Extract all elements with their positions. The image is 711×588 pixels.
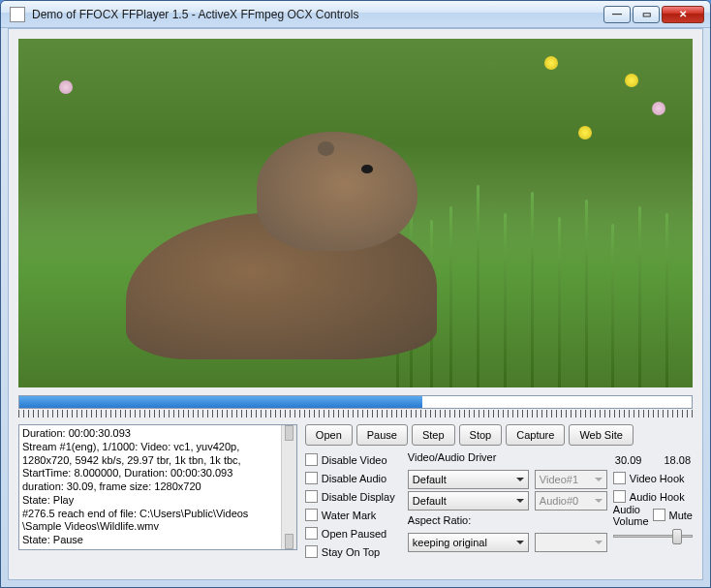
progress-bar[interactable] [18, 395, 693, 409]
log-line: StartTime: 8.000000, Duration: 00:00:30.… [22, 467, 294, 480]
total-time: 30.09 [615, 454, 642, 466]
app-icon [10, 7, 25, 22]
checkbox-column: Disable Video Disable Audio Disable Disp… [305, 451, 402, 560]
video-display[interactable] [18, 39, 693, 387]
time-display: 30.09 18.08 [613, 451, 693, 468]
window-title: Demo of FFOCX FFPlayer 1.5 - ActiveX FFm… [30, 8, 603, 21]
pause-button[interactable]: Pause [356, 424, 408, 446]
video-device-combo[interactable]: Video#1 [535, 470, 607, 489]
aspect-ratio-combo[interactable]: keeping original [408, 533, 529, 552]
titlebar[interactable]: Demo of FFOCX FFPlayer 1.5 - ActiveX FFm… [1, 1, 710, 28]
mute-checkbox[interactable]: Mute [653, 507, 693, 523]
window-buttons: — ▭ ✕ [603, 6, 704, 23]
stay-on-top-checkbox[interactable]: Stay On Top [305, 543, 402, 560]
step-button[interactable]: Step [412, 424, 455, 446]
website-button[interactable]: Web Site [569, 424, 633, 446]
log-line: \Sample Videos\Wildlife.wmv [22, 520, 294, 534]
progress-area [18, 395, 693, 418]
audio-device-combo[interactable]: Audio#0 [535, 491, 607, 511]
log-line: Duration: 00:00:30.093 [22, 427, 294, 441]
stop-button[interactable]: Stop [459, 424, 503, 446]
driver-column: Video/Audio Driver Default Default Aspec… [408, 451, 529, 560]
log-line: 1280x720, 5942 kb/s, 29.97 tbr, 1k tbn, … [22, 454, 294, 468]
log-textbox[interactable]: Duration: 00:00:30.093 Stream #1(eng), 1… [18, 424, 297, 550]
options-grid: Disable Video Disable Audio Disable Disp… [305, 451, 693, 560]
audio-hook-checkbox[interactable]: Audio Hook [613, 488, 693, 505]
client-area: Duration: 00:00:30.093 Stream #1(eng), 1… [8, 28, 703, 580]
log-line: duration: 30.09, frame size: 1280x720 [22, 480, 294, 494]
progress-fill [19, 396, 422, 408]
close-button[interactable]: ✕ [662, 6, 704, 23]
video-hook-checkbox[interactable]: Video Hook [613, 470, 693, 486]
log-line: #276.5 reach end of file: C:\Users\Publi… [22, 508, 294, 521]
minimize-button[interactable]: — [603, 6, 631, 23]
disable-display-checkbox[interactable]: Disable Display [305, 488, 402, 505]
extra-combo[interactable] [535, 533, 607, 552]
driver-label: Video/Audio Driver [408, 451, 529, 468]
capture-button[interactable]: Capture [506, 424, 565, 446]
current-time: 18.08 [664, 454, 691, 466]
open-button[interactable]: Open [305, 424, 353, 446]
aspect-label: Aspect Ratio: [408, 514, 529, 531]
watermark-checkbox[interactable]: Water Mark [305, 507, 402, 523]
disable-audio-checkbox[interactable]: Disable Audio [305, 470, 402, 486]
controls-panel: Open Pause Step Stop Capture Web Site Di… [305, 424, 693, 550]
button-row: Open Pause Step Stop Capture Web Site [305, 424, 693, 446]
device-column: Video#1 Audio#0 [535, 451, 607, 560]
log-line: Stream #1(eng), 1/1000: Video: vc1, yuv4… [22, 441, 294, 454]
volume-slider[interactable] [613, 527, 693, 546]
lower-panel: Duration: 00:00:30.093 Stream #1(eng), 1… [18, 424, 693, 550]
app-window: Demo of FFOCX FFPlayer 1.5 - ActiveX FFm… [0, 0, 711, 588]
maximize-button[interactable]: ▭ [633, 6, 660, 23]
log-line: State: Pause [22, 534, 294, 547]
video-driver-combo[interactable]: Default [408, 470, 529, 489]
open-paused-checkbox[interactable]: Open Paused [305, 525, 402, 542]
progress-ticks [18, 410, 693, 418]
volume-label: Audio Volume [613, 504, 649, 527]
right-column: 30.09 18.08 Video Hook Audio Hook Audio … [613, 451, 693, 560]
log-scrollbar[interactable] [281, 425, 296, 549]
log-line: State: Play [22, 494, 294, 508]
disable-video-checkbox[interactable]: Disable Video [305, 451, 402, 468]
audio-driver-combo[interactable]: Default [408, 491, 529, 511]
